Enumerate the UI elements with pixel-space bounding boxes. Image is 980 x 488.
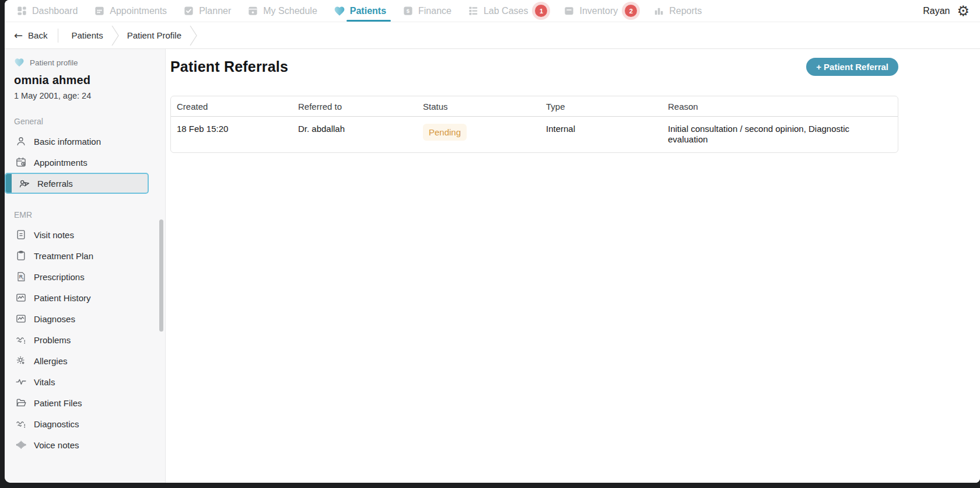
- sidebar-item-allergies[interactable]: Allergies: [5, 350, 149, 371]
- tab-dashboard-label: Dashboard: [32, 6, 78, 16]
- breadcrumb-divider: [58, 29, 58, 43]
- table-row[interactable]: 18 Feb 15:20 Dr. abdallah Pending Intern…: [171, 117, 898, 152]
- tab-lab-cases-label: Lab Cases: [484, 6, 528, 16]
- sidebar-item-voice-notes[interactable]: Voice notes: [5, 434, 149, 455]
- profile-label: Patient profile: [30, 58, 78, 67]
- reports-icon: [653, 5, 664, 16]
- patient-heart-icon: [14, 57, 24, 68]
- dashboard-icon: [16, 5, 27, 16]
- settings-gear-icon[interactable]: ⚙: [957, 4, 970, 18]
- sidebar-item-referrals[interactable]: Referrals: [5, 173, 149, 194]
- sidebar-item-treatment-plan[interactable]: Treatment Plan: [5, 245, 149, 266]
- inventory-badge: 2: [625, 5, 637, 17]
- sidebar-item-label: Diagnostics: [34, 419, 79, 429]
- section-title-general: General: [5, 117, 165, 126]
- column-header-status: Status: [417, 96, 540, 117]
- cell-referred-to: Dr. abdallah: [292, 117, 417, 152]
- tab-finance-label: Finance: [418, 6, 452, 16]
- page-title: Patient Referrals: [170, 58, 288, 75]
- tab-inventory[interactable]: Inventory 2: [555, 0, 645, 22]
- tab-lab-cases[interactable]: Lab Cases 1: [460, 0, 556, 22]
- planner-icon: [183, 5, 194, 16]
- waveform-icon: [15, 439, 27, 451]
- tab-patients[interactable]: Patients: [326, 0, 394, 22]
- sidebar-item-patient-history[interactable]: Patient History: [5, 287, 149, 308]
- topnav-user-area: Rayan ⚙: [923, 0, 980, 22]
- tab-appointments[interactable]: Appointments: [86, 0, 175, 22]
- sidebar-item-prescriptions[interactable]: Rx Prescriptions: [5, 266, 149, 287]
- sidebar-item-basic-information[interactable]: Basic information: [5, 131, 149, 152]
- appointments-icon: [94, 5, 105, 16]
- sidebar-item-diagnostics[interactable]: Diagnostics: [5, 413, 149, 434]
- sidebar-item-label: Voice notes: [34, 440, 79, 450]
- user-name[interactable]: Rayan: [923, 6, 950, 16]
- sidebar-item-label: Prescriptions: [34, 272, 85, 282]
- tab-dashboard[interactable]: Dashboard: [8, 0, 86, 22]
- chart-line-icon: [15, 292, 27, 304]
- my-schedule-icon: [247, 5, 258, 16]
- reason-text: Initial consultation / second opinion, D…: [668, 124, 866, 145]
- sidebar-item-vitals[interactable]: Vitals: [5, 371, 149, 392]
- sidebar-item-label: Treatment Plan: [34, 251, 93, 261]
- lab-cases-badge: 1: [535, 5, 547, 17]
- sidebar-item-visit-notes[interactable]: Visit notes: [5, 224, 149, 245]
- tab-my-schedule[interactable]: My Schedule: [239, 0, 326, 22]
- patient-name: omnia ahmed: [5, 68, 165, 87]
- sidebar-item-label: Basic information: [34, 137, 101, 147]
- tab-reports-label: Reports: [669, 6, 702, 16]
- clipboard-icon: [15, 250, 27, 262]
- folder-open-icon: [15, 397, 27, 409]
- chevron-right-icon: [111, 26, 119, 46]
- sidebar-item-label: Patient Files: [34, 398, 82, 408]
- tab-inventory-label: Inventory: [579, 6, 618, 16]
- tab-patients-label: Patients: [350, 6, 386, 16]
- wave-alert-icon: [15, 334, 27, 346]
- calendar-clock-icon: [15, 156, 27, 168]
- breadcrumb-patients[interactable]: Patients: [69, 30, 105, 40]
- back-label: Back: [28, 30, 47, 40]
- top-navigation: Dashboard Appointments Planner My Schedu…: [5, 0, 980, 22]
- section-title-emr: EMR: [5, 210, 165, 219]
- document-icon: [15, 229, 27, 240]
- app-window: Dashboard Appointments Planner My Schedu…: [5, 0, 980, 483]
- sidebar-item-problems[interactable]: Problems: [5, 329, 149, 350]
- sidebar-item-appointments[interactable]: Appointments: [5, 152, 149, 173]
- tab-finance[interactable]: $ Finance: [394, 0, 460, 22]
- sidebar-scrollbar-thumb[interactable]: [159, 219, 163, 332]
- back-arrow-icon: ←: [14, 29, 23, 41]
- chevron-right-icon: [190, 26, 197, 46]
- column-header-type: Type: [540, 96, 662, 117]
- sidebar-item-label: Problems: [34, 335, 71, 345]
- cell-type: Internal: [540, 117, 662, 152]
- sidebar-item-label: Patient History: [34, 293, 91, 303]
- column-header-referred-to: Referred to: [292, 96, 417, 117]
- referral-icon: [19, 177, 30, 189]
- pulse-icon: [15, 376, 27, 388]
- svg-text:$: $: [407, 8, 410, 14]
- user-icon: [15, 135, 27, 147]
- add-patient-referral-button[interactable]: + Patient Referral: [806, 58, 898, 76]
- patient-sidebar: Patient profile omnia ahmed 1 May 2001, …: [5, 49, 166, 483]
- allergy-icon: [15, 355, 27, 367]
- inventory-icon: [564, 5, 575, 16]
- chart-line-icon: [15, 313, 27, 325]
- rx-icon: Rx: [15, 271, 27, 283]
- tab-my-schedule-label: My Schedule: [263, 6, 317, 16]
- tab-appointments-label: Appointments: [110, 6, 167, 16]
- tab-reports[interactable]: Reports: [645, 0, 710, 22]
- sidebar-item-label: Diagnoses: [34, 314, 75, 324]
- cell-reason: Initial consultation / second opinion, D…: [662, 117, 898, 152]
- sidebar-item-patient-files[interactable]: Patient Files: [5, 392, 149, 413]
- sidebar-item-diagnoses[interactable]: Diagnoses: [5, 308, 149, 329]
- back-button[interactable]: ← Back: [14, 29, 47, 41]
- wave-alert-icon: [15, 418, 27, 430]
- patients-heart-icon: [334, 5, 345, 17]
- patient-profile-header: Patient profile: [5, 57, 165, 68]
- tab-planner[interactable]: Planner: [175, 0, 239, 22]
- svg-text:x: x: [22, 277, 24, 280]
- main-header: Patient Referrals + Patient Referral: [170, 56, 898, 77]
- breadcrumb-patient-profile[interactable]: Patient Profile: [125, 30, 184, 40]
- cell-status: Pending: [417, 117, 540, 152]
- tab-planner-label: Planner: [199, 6, 231, 16]
- cell-created: 18 Feb 15:20: [171, 117, 292, 152]
